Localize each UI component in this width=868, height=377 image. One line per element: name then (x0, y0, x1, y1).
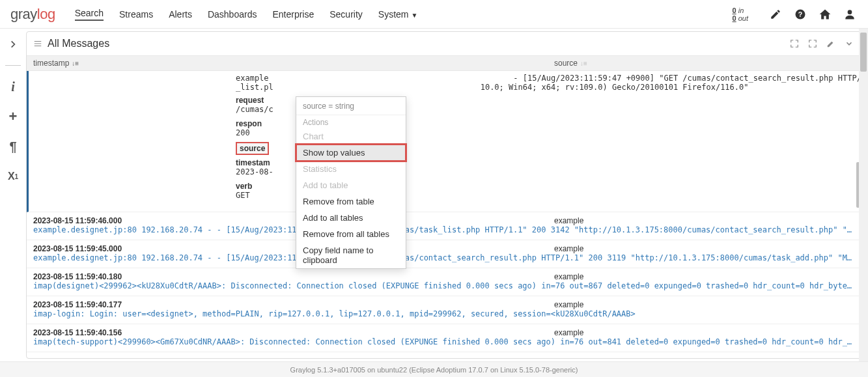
footer-text: Graylog 5.1.3+a017005 on ubuntu22 (Eclip… (290, 366, 578, 374)
top-nav: graylog Search Streams Alerts Dashboards… (0, 0, 868, 29)
nav-dashboards[interactable]: Dashboards (208, 9, 257, 20)
page-scrollbar[interactable] (859, 29, 868, 361)
table-row[interactable]: 2023-08-15 11:59:40.151example (27, 352, 862, 354)
menu-show-top-values[interactable]: Show top values (296, 145, 406, 161)
row-source: example (554, 272, 856, 281)
row-source: example (554, 244, 856, 253)
col-timestamp-label: timestamp (33, 59, 69, 68)
table-row[interactable]: 2023-08-15 11:59:46.000exampleexample.de… (27, 212, 862, 240)
table-row[interactable]: 2023-08-15 11:59:40.177exampleimap-login… (27, 296, 862, 324)
nav-security[interactable]: Security (329, 9, 363, 20)
fullscreen-icon[interactable] (806, 37, 819, 50)
left-sidebar: i + ¶ X1 (0, 29, 26, 361)
menu-title: source = string (303, 102, 354, 111)
row-message: imap-login: Login: user=<designet>, meth… (33, 309, 856, 318)
menu-add-all-tables[interactable]: Add to all tables (296, 210, 406, 226)
sidebar-info-icon[interactable]: i (4, 77, 22, 96)
menu-add-to-table: Add to table (296, 177, 406, 193)
row-source: example (554, 300, 856, 309)
menu-remove-from-table[interactable]: Remove from table (296, 193, 406, 210)
trunc-line-2: _list.pl 10.0; Win64; x64; rv:109.0) Gec… (34, 83, 862, 92)
nav-system-label: System (378, 9, 409, 20)
field-context-menu: source = string Actions Chart Show top v… (296, 96, 406, 269)
footer: Graylog 5.1.3+a017005 on ubuntu22 (Eclip… (0, 361, 868, 377)
table-row[interactable]: 2023-08-15 11:59:45.000exampleexample.de… (27, 240, 862, 268)
column-header: timestamp ↓≡ source ↓≡ (27, 56, 862, 71)
svg-point-2 (848, 10, 852, 14)
panel-header: All Messages (27, 32, 862, 56)
logo-text-1: gray (10, 6, 37, 22)
row-timestamp: 2023-08-15 11:59:46.000 (33, 216, 554, 225)
nav-system[interactable]: System ▼ (378, 9, 417, 20)
menu-group-actions: Actions (296, 115, 406, 128)
in-label: in (738, 7, 744, 14)
menu-statistics: Statistics (296, 161, 406, 177)
sort-desc-icon: ↓≡ (72, 60, 79, 67)
sort-icon: ↓≡ (580, 60, 587, 67)
content-panel: All Messages timestamp ↓≡ source ↓≡ exam… (26, 31, 863, 359)
nav-search[interactable]: Search (75, 8, 104, 21)
logo-text-2: log (37, 6, 55, 22)
throughput-counts[interactable]: 0 in 0 out (733, 7, 748, 22)
menu-remove-all-tables[interactable]: Remove from all tables (296, 226, 406, 242)
svg-text:?: ? (798, 10, 802, 18)
row-message: imap(tech-support)<299960><Gm67Xu0CdNR/A… (33, 337, 856, 346)
edit-icon[interactable] (824, 37, 837, 50)
menu-copy-field-name[interactable]: Copy field name to clipboard (296, 242, 406, 268)
panel-title: All Messages (48, 38, 109, 49)
sidebar-pilcrow-icon[interactable]: ¶ (4, 137, 22, 156)
row-timestamp: 2023-08-15 11:59:45.000 (33, 244, 554, 253)
row-message: imap(designet)<299962><kU28Xu0CdtR/AAAB>… (33, 281, 856, 290)
sidebar-expand-icon[interactable] (4, 35, 22, 53)
logo: graylog (10, 6, 55, 23)
focus-icon[interactable] (788, 37, 801, 50)
out-count: 0 (733, 14, 736, 22)
col-source[interactable]: source ↓≡ (554, 59, 856, 68)
nav-streams[interactable]: Streams (119, 9, 153, 20)
chevron-down-icon[interactable] (843, 37, 856, 50)
trunc-line-1: example - [15/Aug/2023:11:59:47 +0900] "… (34, 74, 862, 83)
scratchpad-icon[interactable] (768, 7, 783, 22)
page-scrollbar-thumb[interactable] (860, 33, 867, 72)
user-icon[interactable] (842, 7, 858, 22)
sidebar-x1-icon[interactable]: X1 (4, 167, 22, 186)
caret-down-icon: ▼ (411, 12, 417, 19)
table-row[interactable]: 2023-08-15 11:59:40.180exampleimap(desig… (27, 268, 862, 296)
hamburger-icon[interactable] (33, 39, 42, 48)
row-timestamp: 2023-08-15 11:59:40.180 (33, 272, 554, 281)
row-timestamp: 2023-08-15 11:59:40.177 (33, 300, 554, 309)
out-label: out (738, 14, 748, 22)
table-row[interactable]: 2023-08-15 11:59:40.156exampleimap(tech-… (27, 324, 862, 352)
row-timestamp: 2023-08-15 11:59:40.156 (33, 328, 554, 337)
expanded-message: example - [15/Aug/2023:11:59:47 +0900] "… (27, 71, 862, 212)
in-count: 0 (733, 7, 736, 14)
nav-alerts[interactable]: Alerts (169, 9, 192, 20)
row-source: example (554, 328, 856, 337)
message-rows: example - [15/Aug/2023:11:59:47 +0900] "… (27, 71, 862, 354)
row-message: example.designet.jp:80 192.168.20.74 - -… (33, 253, 856, 262)
home-icon[interactable] (817, 7, 833, 22)
menu-chart: Chart (296, 128, 406, 145)
help-icon[interactable]: ? (792, 7, 808, 22)
nav-enterprise[interactable]: Enterprise (272, 9, 314, 20)
field-key-highlighted[interactable]: source (236, 142, 269, 155)
row-message: example.designet.jp:80 192.168.20.74 - -… (33, 225, 856, 234)
col-timestamp[interactable]: timestamp ↓≡ (33, 59, 554, 68)
col-source-label: source (554, 59, 578, 68)
row-source: example (554, 216, 856, 225)
sidebar-add-icon[interactable]: + (4, 107, 22, 126)
